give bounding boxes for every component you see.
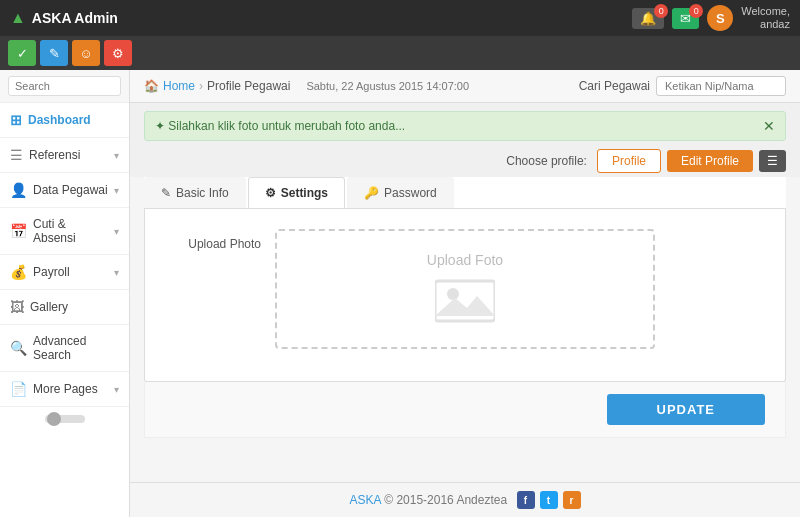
tab-password[interactable]: 🔑 Password [347,177,454,208]
more-pages-icon: 📄 [10,381,27,397]
iconbar-btn-settings[interactable]: ⚙ [104,40,132,66]
chevron-icon: ▾ [114,185,119,196]
mail-button[interactable]: ✉ 0 [672,8,699,29]
sidebar-item-data-pegawai[interactable]: 👤 Data Pegawai ▾ [0,173,129,208]
search-label: Cari Pegawai [579,79,650,93]
breadcrumb: 🏠 Home › Profile Pegawai Sabtu, 22 Agust… [144,79,469,93]
sidebar: ⊞ Dashboard ☰ Referensi ▾ 👤 Data Pegawai… [0,70,130,517]
welcome-text: Welcome, andaz [741,5,790,31]
upload-image-icon [435,276,495,326]
content-topbar: 🏠 Home › Profile Pegawai Sabtu, 22 Agust… [130,70,800,103]
sidebar-item-cuti[interactable]: 📅 Cuti & Absensi ▾ [0,208,129,255]
tabs-container: ✎ Basic Info ⚙ Settings 🔑 Password Uploa… [130,177,800,482]
pegawai-icon: 👤 [10,182,27,198]
update-area: UPDATE [144,382,786,438]
employee-search-input[interactable] [656,76,786,96]
rss-icon[interactable]: r [563,491,581,509]
breadcrumb-section: Profile Pegawai [207,79,290,93]
upload-photo-label: Upload Photo [165,229,275,251]
app-logo-icon: ▲ [10,9,26,27]
tab-basic-info[interactable]: ✎ Basic Info [144,177,246,208]
sidebar-item-payroll[interactable]: 💰 Payroll ▾ [0,255,129,290]
gallery-icon: 🖼 [10,299,24,315]
sidebar-item-dashboard[interactable]: ⊞ Dashboard [0,103,129,138]
twitter-icon[interactable]: t [540,491,558,509]
footer-brand-link[interactable]: ASKA [350,493,381,507]
sidebar-search-container [0,70,129,103]
chevron-icon: ▾ [114,384,119,395]
iconbar-btn-edit[interactable]: ✎ [40,40,68,66]
alert-close-button[interactable]: ✕ [763,118,775,134]
upload-photo-box[interactable]: Upload Foto [275,229,655,349]
chevron-icon: ▾ [114,267,119,278]
alert-banner: ✦ Silahkan klik foto untuk merubah foto … [144,111,786,141]
settings-tab-icon: ⚙ [265,186,276,200]
tab-bar: ✎ Basic Info ⚙ Settings 🔑 Password [144,177,786,209]
breadcrumb-home-link[interactable]: Home [163,79,195,93]
icon-bar: ✓ ✎ ☺ ⚙ [0,36,800,70]
cuti-icon: 📅 [10,223,27,239]
app-title: ▲ ASKA Admin [10,9,118,27]
sidebar-slider[interactable] [0,407,129,431]
upload-text: Upload Foto [427,252,503,268]
footer-social-icons: f t r [517,491,581,509]
footer-copy: © 2015-2016 Andeztea [384,493,507,507]
chevron-icon: ▾ [114,150,119,161]
password-icon: 🔑 [364,186,379,200]
upload-photo-row: Upload Photo Upload Foto [165,229,765,349]
sidebar-item-advanced-search[interactable]: 🔍 Advanced Search [0,325,129,372]
sidebar-item-more-pages[interactable]: 📄 More Pages ▾ [0,372,129,407]
tab-settings[interactable]: ⚙ Settings [248,177,345,208]
alert-message: ✦ Silahkan klik foto untuk merubah foto … [155,119,405,133]
choose-profile-label: Choose profile: [506,154,587,168]
update-button[interactable]: UPDATE [607,394,765,425]
slider-handle [47,412,61,426]
footer: ASKA © 2015-2016 Andeztea f t r [130,482,800,517]
sidebar-item-gallery[interactable]: 🖼 Gallery [0,290,129,325]
chevron-icon: ▾ [114,226,119,237]
facebook-icon[interactable]: f [517,491,535,509]
profile-menu-button[interactable]: ☰ [759,150,786,172]
breadcrumb-date: Sabtu, 22 Agustus 2015 14:07:00 [306,80,469,92]
dashboard-icon: ⊞ [10,112,22,128]
notification-button[interactable]: 🔔 0 [632,8,664,29]
payroll-icon: 💰 [10,264,27,280]
notification-badge: 0 [654,4,668,18]
basic-info-icon: ✎ [161,186,171,200]
edit-profile-button[interactable]: Edit Profile [667,150,753,172]
svg-marker-2 [435,296,495,316]
profile-buttons: Choose profile: Profile Edit Profile ☰ [130,145,800,177]
main-layout: ⊞ Dashboard ☰ Referensi ▾ 👤 Data Pegawai… [0,70,800,517]
referensi-icon: ☰ [10,147,23,163]
profile-button[interactable]: Profile [597,149,661,173]
home-icon: 🏠 [144,79,159,93]
iconbar-btn-check[interactable]: ✓ [8,40,36,66]
slider-track [45,415,85,423]
mail-badge: 0 [689,4,703,18]
user-avatar[interactable]: S [707,5,733,31]
iconbar-btn-person[interactable]: ☺ [72,40,100,66]
sidebar-item-referensi[interactable]: ☰ Referensi ▾ [0,138,129,173]
search-input[interactable] [8,76,121,96]
top-navigation: ▲ ASKA Admin 🔔 0 ✉ 0 S Welcome, andaz [0,0,800,36]
settings-form-card: Upload Photo Upload Foto [144,209,786,382]
advanced-search-icon: 🔍 [10,340,27,356]
top-nav-right: 🔔 0 ✉ 0 S Welcome, andaz [632,5,790,31]
svg-point-1 [447,288,459,300]
search-bar: Cari Pegawai [579,76,786,96]
content-area: 🏠 Home › Profile Pegawai Sabtu, 22 Agust… [130,70,800,517]
